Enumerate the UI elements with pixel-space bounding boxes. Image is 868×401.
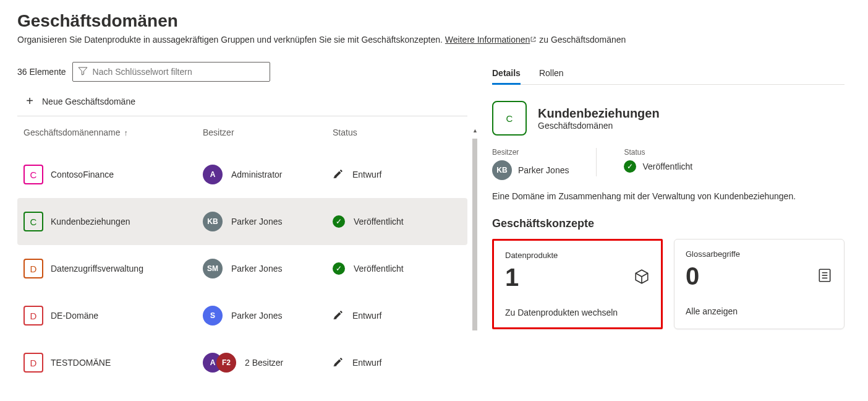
owner-name: Parker Jones (231, 264, 282, 274)
card-count: 1 (505, 264, 519, 291)
owner-label: Besitzer (492, 148, 569, 157)
domain-tile-icon: C (492, 101, 527, 136)
status-value: Veröffentlicht (642, 162, 692, 171)
owner-avatar: F2 (216, 353, 236, 373)
avatar-stack: AF2 (203, 353, 236, 373)
domain-name: Kundenbeziehungen (51, 217, 130, 226)
check-circle-icon: ✓ (333, 262, 345, 275)
owner-avatar: A (203, 165, 223, 184)
domain-tile-icon: D (23, 259, 43, 278)
card-link[interactable]: Alle anzeigen (686, 306, 833, 316)
divider (17, 116, 467, 116)
owner-avatar: S (203, 306, 223, 326)
domain-tile-icon: C (23, 165, 43, 184)
domain-description: Eine Domäne im Zusammenhang mit der Verw… (492, 191, 845, 201)
table-row[interactable]: CKundenbeziehungenKBParker Jones✓Veröffe… (17, 198, 467, 245)
owner-name: 2 Besitzer (245, 358, 283, 368)
filter-input[interactable] (93, 67, 265, 77)
new-domain-label: Neue Geschäftsdomäne (42, 97, 135, 106)
detail-subtitle: Geschäftsdomänen (538, 121, 660, 131)
detail-title: Kundenbeziehungen (538, 106, 660, 121)
table-row[interactable]: CContosoFinanceAAdministratorEntwurf (17, 151, 467, 198)
domain-name: Datenzugriffsverwaltung (51, 264, 143, 274)
owner-name: Parker Jones (518, 165, 569, 175)
check-circle-icon: ✓ (624, 160, 636, 173)
status-label: Status (624, 148, 692, 157)
card-count: 0 (686, 262, 699, 290)
svg-rect-1 (334, 318, 337, 319)
status-text: Veröffentlicht (354, 217, 404, 226)
item-count: 36 Elemente (17, 67, 66, 77)
detail-tabs: Details Rollen (492, 62, 845, 85)
svg-rect-2 (334, 365, 337, 366)
status-text: Veröffentlicht (354, 264, 404, 274)
domain-name: TESTDOMÄNE (51, 358, 111, 368)
owner-avatar: KB (203, 212, 223, 231)
owner-name: Parker Jones (231, 217, 282, 226)
domain-tile-icon: C (23, 212, 43, 231)
edit-pen-icon (333, 168, 344, 181)
page-subtitle: Organisieren Sie Datenprodukte in aussag… (17, 35, 851, 45)
concepts-heading: Geschäftskonzepte (492, 217, 845, 230)
tab-details[interactable]: Details (492, 63, 521, 85)
meta-separator (596, 148, 597, 176)
new-domain-button[interactable]: + Neue Geschäftsdomäne (17, 90, 467, 116)
concept-card[interactable]: Glossarbegriffe0Alle anzeigen (674, 239, 845, 329)
card-label: Datenprodukte (505, 251, 650, 260)
domain-tile-icon: D (23, 353, 43, 373)
owner-name: Parker Jones (231, 311, 282, 321)
subtitle-prefix: Organisieren Sie Datenprodukte in aussag… (17, 35, 445, 45)
scrollbar-thumb[interactable] (472, 139, 477, 330)
table-header: Geschäftsdomänenname ↑ Besitzer Status (17, 127, 467, 151)
domain-name: DE-Domäne (51, 311, 98, 321)
check-circle-icon: ✓ (333, 215, 345, 228)
edit-pen-icon (333, 356, 344, 369)
sort-ascending-icon: ↑ (124, 128, 128, 137)
page-title: Geschäftsdomänen (17, 11, 851, 31)
tab-roles[interactable]: Rollen (539, 63, 564, 84)
learn-more-link[interactable]: Weitere Informationen (445, 35, 537, 45)
domain-name: ContosoFinance (51, 170, 114, 179)
col-status[interactable]: Status (333, 127, 461, 137)
scrollbar[interactable]: ▲ (472, 127, 477, 332)
card-label: Glossarbegriffe (686, 249, 833, 259)
table-row[interactable]: DDatenzugriffsverwaltungSMParker Jones✓V… (17, 245, 467, 292)
owner-avatar: SM (203, 259, 223, 278)
domain-tile-icon: D (23, 306, 43, 326)
svg-rect-0 (334, 177, 337, 178)
filter-box[interactable] (72, 62, 270, 82)
subtitle-suffix: zu Geschäftsdomänen (537, 35, 626, 45)
plus-icon: + (23, 94, 36, 108)
status-text: Entwurf (352, 358, 381, 368)
status-text: Entwurf (352, 311, 381, 321)
filter-icon (78, 66, 88, 78)
concept-card[interactable]: Datenprodukte1Zu Datenprodukten wechseln (492, 239, 663, 329)
col-name[interactable]: Geschäftsdomänenname ↑ (23, 127, 203, 137)
cube-icon (634, 269, 650, 287)
table-row[interactable]: DDE-DomäneSParker JonesEntwurf (17, 292, 467, 339)
table-row[interactable]: DTESTDOMÄNEAF22 BesitzerEntwurf (17, 339, 467, 386)
scroll-up-icon[interactable]: ▲ (472, 127, 477, 134)
owner-avatar: KB (492, 160, 512, 180)
col-owner[interactable]: Besitzer (203, 127, 333, 137)
list-icon (817, 267, 833, 285)
card-link[interactable]: Zu Datenprodukten wechseln (505, 308, 650, 317)
status-text: Entwurf (352, 170, 381, 179)
owner-name: Administrator (231, 170, 282, 179)
external-link-icon (530, 35, 537, 45)
edit-pen-icon (333, 309, 344, 322)
